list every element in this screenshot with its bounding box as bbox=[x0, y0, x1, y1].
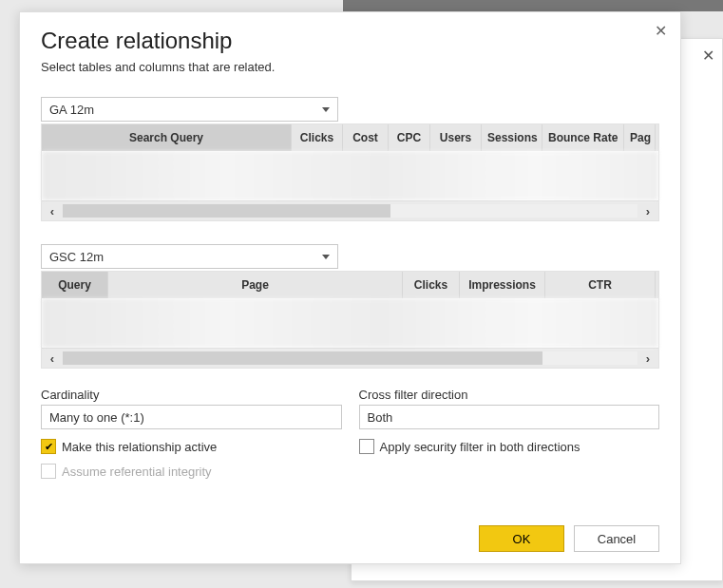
crossfilter-dropdown[interactable]: Both bbox=[359, 405, 660, 429]
column-header[interactable]: CTR bbox=[545, 272, 656, 298]
second-table-dropdown[interactable]: GSC 12m bbox=[41, 244, 338, 269]
apply-security-checkbox[interactable]: Apply security filter in both directions bbox=[359, 439, 660, 454]
scroll-right-icon[interactable]: › bbox=[637, 351, 658, 366]
dialog-subtitle: Select tables and columns that are relat… bbox=[41, 60, 659, 74]
checkbox-icon bbox=[41, 464, 56, 479]
second-table-preview: QueryPageClicksImpressionsCTR ‹ › bbox=[41, 271, 659, 369]
close-icon[interactable]: ✕ bbox=[651, 20, 671, 42]
assume-integrity-label: Assume referential integrity bbox=[62, 465, 212, 479]
create-relationship-dialog: ✕ Create relationship Select tables and … bbox=[19, 11, 681, 564]
column-header[interactable]: Query bbox=[42, 272, 108, 298]
column-header[interactable]: CPC bbox=[389, 124, 430, 151]
second-table-body bbox=[42, 298, 658, 348]
background-close-icon[interactable]: ✕ bbox=[702, 47, 714, 65]
column-header[interactable]: Search Query bbox=[42, 124, 292, 151]
checkbox-icon bbox=[359, 439, 374, 454]
dialog-footer: OK Cancel bbox=[41, 508, 659, 552]
chevron-down-icon bbox=[322, 255, 330, 259]
make-active-label: Make this relationship active bbox=[62, 440, 217, 454]
apply-security-label: Apply security filter in both directions bbox=[380, 440, 580, 454]
dialog-title: Create relationship bbox=[41, 28, 659, 54]
first-table-preview: Search QueryClicksCostCPCUsersSessionsBo… bbox=[41, 123, 659, 221]
scroll-right-icon[interactable]: › bbox=[637, 204, 658, 218]
cancel-button[interactable]: Cancel bbox=[574, 525, 659, 552]
cardinality-label: Cardinality bbox=[41, 388, 342, 402]
second-table-scrollbar[interactable]: ‹ › bbox=[42, 348, 658, 368]
checkbox-icon: ✔ bbox=[41, 439, 56, 454]
assume-integrity-checkbox: Assume referential integrity bbox=[41, 464, 342, 479]
first-table-body bbox=[42, 151, 658, 200]
scroll-thumb[interactable] bbox=[63, 204, 390, 218]
second-table-dropdown-value: GSC 12m bbox=[49, 250, 104, 264]
make-active-checkbox[interactable]: ✔ Make this relationship active bbox=[41, 439, 342, 454]
column-header[interactable]: Sessions bbox=[482, 124, 542, 151]
ok-button[interactable]: OK bbox=[479, 525, 564, 552]
crossfilter-label: Cross filter direction bbox=[359, 388, 660, 402]
column-header[interactable]: Impressions bbox=[460, 272, 545, 298]
column-header[interactable]: Bounce Rate bbox=[542, 124, 624, 151]
chevron-down-icon bbox=[322, 107, 330, 112]
first-table-dropdown-value: GA 12m bbox=[49, 103, 94, 117]
first-table-dropdown[interactable]: GA 12m bbox=[41, 97, 338, 122]
first-table-scrollbar[interactable]: ‹ › bbox=[42, 200, 658, 220]
column-header[interactable]: Users bbox=[430, 124, 482, 151]
cardinality-value: Many to one (*:1) bbox=[49, 410, 144, 425]
cardinality-dropdown[interactable]: Many to one (*:1) bbox=[41, 405, 342, 429]
column-header[interactable]: Cost bbox=[343, 124, 389, 151]
scroll-left-icon[interactable]: ‹ bbox=[42, 351, 63, 366]
column-header[interactable]: Clicks bbox=[292, 124, 343, 151]
column-header[interactable]: Clicks bbox=[403, 272, 460, 298]
column-header[interactable]: Page bbox=[108, 272, 403, 298]
scroll-thumb[interactable] bbox=[63, 351, 542, 365]
scroll-left-icon[interactable]: ‹ bbox=[42, 204, 63, 218]
column-header[interactable]: Pag bbox=[624, 124, 656, 151]
crossfilter-value: Both bbox=[368, 410, 393, 425]
